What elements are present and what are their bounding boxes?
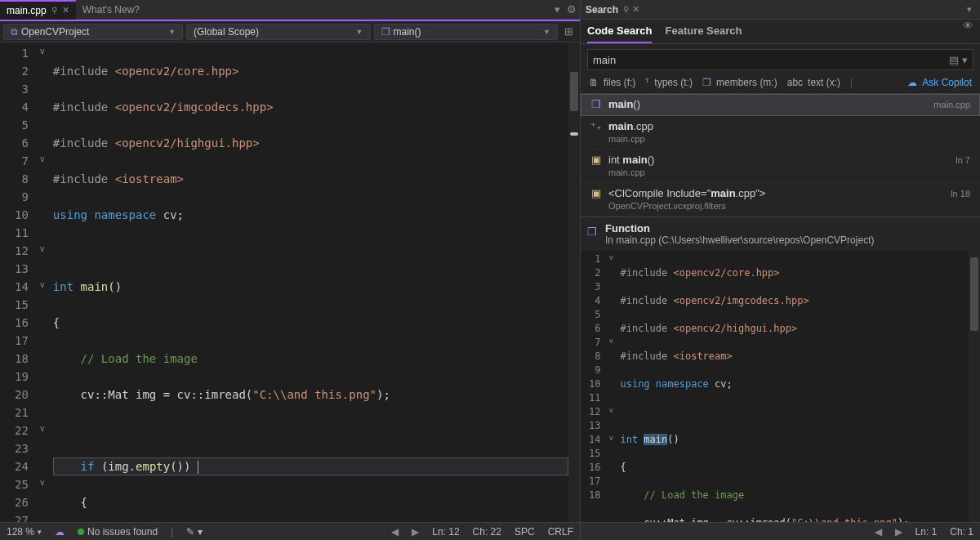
filter-files[interactable]: 🗎files (f:) bbox=[589, 77, 635, 88]
cube-icon: ❒ bbox=[590, 98, 602, 110]
status-bar: 128 %▾ ☁ No issues found | ✎ ▾ ◀ ▶ Ln: 1… bbox=[0, 522, 980, 540]
tab-label: main.cpp bbox=[7, 5, 47, 16]
file-icon: 🗎 bbox=[589, 77, 599, 88]
filter-row: 🗎files (f:) ᵀtypes (t:) ❒members (m:) ab… bbox=[581, 75, 980, 94]
status-nav-right[interactable]: ▶ bbox=[405, 526, 425, 538]
cube-icon: ❒ bbox=[381, 26, 390, 38]
result-item[interactable]: ▣int main()ln 7 main.cpp bbox=[581, 150, 980, 183]
close-icon[interactable]: ✕ bbox=[629, 4, 643, 15]
filter-text[interactable]: abctext (x:) bbox=[787, 77, 840, 88]
function-selector[interactable]: ❒ main() ▼ bbox=[374, 24, 559, 40]
preview-code[interactable]: 123456789101112131415161718 v v v v #inc… bbox=[581, 251, 980, 522]
code-icon: ▣ bbox=[590, 154, 602, 166]
search-results: ❒main()main.cpp ⁺₊main.cpp main.cpp ▣int… bbox=[581, 94, 980, 216]
status-line[interactable]: Ln: 12 bbox=[425, 526, 466, 538]
cube-icon: ❒ bbox=[587, 225, 597, 238]
chevron-down-icon[interactable]: ▾ bbox=[964, 4, 975, 15]
chevron-down-icon: ▼ bbox=[356, 28, 363, 36]
status-issues[interactable]: No issues found bbox=[71, 526, 164, 538]
tab-code-search[interactable]: Code Search bbox=[587, 20, 652, 43]
search-title: Search bbox=[586, 4, 618, 16]
status-preview-char[interactable]: Ch: 1 bbox=[943, 526, 980, 538]
file-new-icon: ⁺₊ bbox=[590, 120, 602, 132]
chevron-down-icon: ▼ bbox=[543, 28, 550, 36]
gear-icon[interactable]: ⚙ bbox=[564, 3, 580, 16]
view-options-icon[interactable]: ▤ ▾ bbox=[949, 54, 968, 66]
search-header: Search ⚲ ✕ ▾ bbox=[581, 0, 980, 20]
tab-label: What's New? bbox=[82, 4, 140, 16]
result-item[interactable]: ⁺₊main.cpp main.cpp bbox=[581, 116, 980, 150]
preview-path: In main.cpp (C:\Users\hwelliver\source\r… bbox=[605, 234, 970, 246]
project-selector[interactable]: ⧉ OpenCVProject ▼ bbox=[3, 24, 183, 40]
status-copilot[interactable]: ☁ bbox=[48, 526, 71, 538]
editor-tab-bar: main.cpp ⚲ ✕ What's New? ▾ ⚙ bbox=[0, 0, 580, 20]
search-input[interactable] bbox=[593, 54, 949, 66]
split-icon[interactable]: ⊞ bbox=[561, 25, 577, 38]
preview-gutter: 123456789101112131415161718 bbox=[581, 251, 605, 522]
status-nav-left[interactable]: ◀ bbox=[868, 526, 889, 538]
check-icon bbox=[78, 529, 84, 535]
preview-fold-column[interactable]: v v v v bbox=[605, 251, 617, 522]
status-nav-right[interactable]: ▶ bbox=[889, 526, 909, 538]
preview-header: ❒ Function In main.cpp (C:\Users\hwelliv… bbox=[581, 216, 980, 251]
result-item[interactable]: ❒main()main.cpp bbox=[581, 94, 980, 116]
status-preview-line[interactable]: Ln: 1 bbox=[909, 526, 944, 538]
status-brush-icon[interactable]: ✎ ▾ bbox=[180, 526, 208, 538]
search-pane: Search ⚲ ✕ ▾ Code Search Feature Search … bbox=[580, 0, 980, 522]
function-label: main() bbox=[394, 26, 421, 38]
filter-members[interactable]: ❒members (m:) bbox=[702, 77, 777, 88]
code-content[interactable]: #include <opencv2/core.hpp> #include <op… bbox=[50, 42, 568, 522]
project-icon: ⧉ bbox=[11, 26, 18, 38]
copilot-icon: ☁ bbox=[907, 77, 917, 88]
search-input-row: ▤ ▾ bbox=[587, 49, 973, 70]
editor-scrollbar-vertical[interactable] bbox=[568, 42, 580, 522]
project-name: OpenCVProject bbox=[21, 26, 89, 38]
types-icon: ᵀ bbox=[645, 77, 649, 88]
editor-pane: main.cpp ⚲ ✕ What's New? ▾ ⚙ ⧉ OpenCVPro… bbox=[0, 0, 580, 522]
code-icon: ▣ bbox=[590, 187, 602, 199]
status-zoom[interactable]: 128 %▾ bbox=[0, 526, 48, 538]
scope-selector[interactable]: (Global Scope) ▼ bbox=[186, 24, 371, 40]
tab-feature-search[interactable]: Feature Search bbox=[665, 20, 742, 43]
status-spaces[interactable]: SPC bbox=[508, 526, 541, 538]
code-editor[interactable]: 1234567891011121314151617181920212223242… bbox=[0, 42, 580, 522]
search-tabs: Code Search Feature Search 👁 bbox=[581, 20, 980, 44]
status-char[interactable]: Ch: 22 bbox=[466, 526, 508, 538]
preview-code-content[interactable]: #include <opencv2/core.hpp> #include <op… bbox=[617, 251, 969, 522]
pin-icon[interactable]: ⚲ bbox=[51, 6, 57, 15]
context-bar: ⧉ OpenCVProject ▼ (Global Scope) ▼ ❒ mai… bbox=[0, 21, 580, 42]
fold-column[interactable]: v v v v v v bbox=[35, 42, 50, 522]
status-nav-left[interactable]: ◀ bbox=[385, 526, 405, 538]
result-item[interactable]: ▣<ClCompile Include="main.cpp">ln 18 Ope… bbox=[581, 183, 980, 216]
pin-icon[interactable]: ⚲ bbox=[623, 5, 629, 14]
filter-types[interactable]: ᵀtypes (t:) bbox=[645, 77, 693, 88]
close-icon[interactable]: ✕ bbox=[62, 5, 69, 16]
visibility-icon[interactable]: 👁 bbox=[963, 20, 973, 43]
preview-kind: Function bbox=[605, 222, 970, 234]
line-gutter: 1234567891011121314151617181920212223242… bbox=[0, 42, 35, 522]
scope-label: (Global Scope) bbox=[194, 26, 259, 38]
tab-overflow-icon[interactable]: ▾ bbox=[551, 3, 564, 16]
text-icon: abc bbox=[787, 77, 803, 88]
chevron-down-icon: ▼ bbox=[168, 28, 176, 36]
tab-main-cpp[interactable]: main.cpp ⚲ ✕ bbox=[0, 0, 76, 20]
preview-scrollbar-vertical[interactable] bbox=[969, 251, 980, 522]
cube-icon: ❒ bbox=[702, 77, 711, 88]
tab-whats-new[interactable]: What's New? bbox=[76, 0, 146, 20]
ask-copilot[interactable]: ☁Ask Copilot bbox=[907, 77, 972, 88]
status-eol[interactable]: CRLF bbox=[541, 526, 580, 538]
